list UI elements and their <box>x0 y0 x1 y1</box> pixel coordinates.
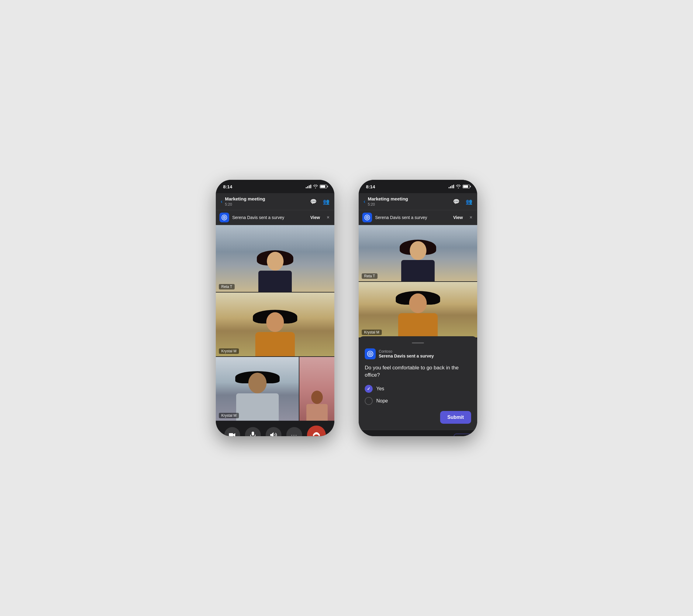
participant-label-reta: Reta T <box>219 284 235 289</box>
speaker-button[interactable] <box>266 427 281 436</box>
survey-view-button-left[interactable]: View <box>308 214 322 221</box>
participant-label-krystal2: Krystal M <box>219 413 239 418</box>
radio-nope[interactable] <box>365 397 373 405</box>
survey-contoso-icon <box>365 348 376 359</box>
svg-point-2 <box>224 217 225 218</box>
call-controls-left: ··· <box>216 421 334 436</box>
survey-text-right: Serena Davis sent a survey <box>375 215 448 220</box>
back-button-right[interactable]: ‹ <box>363 198 365 205</box>
video-area-right: Reta T Krystal M <box>359 225 477 337</box>
svg-rect-4 <box>252 432 254 436</box>
phones-container: 8:14 ‹ <box>216 180 477 436</box>
meeting-title-left: Marketing meeting <box>225 196 265 201</box>
survey-close-button-left[interactable]: × <box>325 213 331 222</box>
svg-point-10 <box>367 217 368 218</box>
call-duration-right: 5:20 <box>368 202 375 207</box>
participant-label-reta-right: Reta T <box>362 273 377 279</box>
call-duration-left: 5:20 <box>225 202 232 207</box>
wifi-icon-right <box>456 185 461 188</box>
svg-point-13 <box>370 353 371 354</box>
chat-icon-left[interactable]: 💬 <box>310 198 317 205</box>
call-header-right: ‹ Marketing meeting 5:20 💬 👥 <box>359 193 477 210</box>
radio-yes[interactable] <box>365 385 373 393</box>
option-yes-label: Yes <box>376 386 384 392</box>
survey-options: Yes Nope <box>365 385 471 405</box>
battery-icon-left <box>320 185 327 188</box>
more-button[interactable]: ··· <box>286 427 302 436</box>
video-cell-reta-right: Reta T <box>359 225 477 281</box>
survey-question: Do you feel comfortable to go back in th… <box>365 364 471 379</box>
signal-icon-left <box>306 185 311 188</box>
survey-footer: 1 of 4 Skip <box>359 430 477 436</box>
video-bottom-row: Krystal M <box>216 357 334 421</box>
survey-app-icon-right <box>362 213 372 222</box>
survey-banner-left: Serena Davis sent a survey View × <box>216 210 334 225</box>
participants-icon-right[interactable]: 👥 <box>466 198 472 205</box>
survey-option-nope[interactable]: Nope <box>365 397 471 405</box>
svg-rect-3 <box>229 433 233 436</box>
video-button[interactable] <box>224 427 240 436</box>
self-view <box>299 357 334 421</box>
survey-banner-right: Serena Davis sent a survey View × <box>359 210 477 225</box>
status-icons-left <box>306 185 327 188</box>
status-icons-right <box>449 185 470 188</box>
video-cell-reta: Reta T <box>216 225 334 292</box>
skip-button[interactable]: Skip <box>454 434 472 436</box>
phone-right: 8:14 ‹ <box>359 180 477 436</box>
back-button-left[interactable]: ‹ <box>221 198 222 205</box>
phone-left: 8:14 ‹ <box>216 180 334 436</box>
participant-label-krystal-right: Krystal M <box>362 330 382 335</box>
chat-icon-right[interactable]: 💬 <box>453 198 459 205</box>
survey-close-button-right[interactable]: × <box>468 213 474 222</box>
submit-button[interactable]: Submit <box>440 411 471 424</box>
call-header-left: ‹ Marketing meeting 5:20 💬 👥 <box>216 193 334 210</box>
end-call-button[interactable] <box>307 426 326 436</box>
battery-icon-right <box>462 185 470 188</box>
survey-org-name: Contoso <box>379 349 434 353</box>
drag-handle[interactable] <box>412 342 424 344</box>
video-cell-krystal-right: Krystal M <box>359 282 477 337</box>
video-grid-left: Reta T Krystal M <box>216 225 334 421</box>
survey-sender-name: Serena Davis sent a survey <box>379 353 434 358</box>
wifi-icon-left <box>313 185 318 188</box>
time-right: 8:14 <box>366 184 375 189</box>
option-nope-label: Nope <box>376 398 388 404</box>
survey-text-left: Serena Davis sent a survey <box>232 215 305 220</box>
meeting-title-right: Marketing meeting <box>368 196 408 201</box>
mic-button[interactable] <box>245 427 261 436</box>
svg-marker-7 <box>270 432 274 436</box>
time-left: 8:14 <box>223 184 232 189</box>
signal-icon-right <box>449 185 454 188</box>
video-cell-krystal2: Krystal M <box>216 357 299 421</box>
participant-label-krystal: Krystal M <box>219 348 239 354</box>
status-bar-right: 8:14 <box>359 180 477 193</box>
survey-app-icon-left <box>219 213 229 222</box>
video-cell-krystal: Krystal M <box>216 292 334 356</box>
survey-panel: Contoso Serena Davis sent a survey Do yo… <box>359 336 477 430</box>
status-bar-left: 8:14 <box>216 180 334 193</box>
survey-option-yes[interactable]: Yes <box>365 385 471 393</box>
survey-pager: 1 of 4 <box>438 436 449 436</box>
participants-icon-left[interactable]: 👥 <box>323 198 330 205</box>
survey-view-button-right[interactable]: View <box>451 214 466 221</box>
